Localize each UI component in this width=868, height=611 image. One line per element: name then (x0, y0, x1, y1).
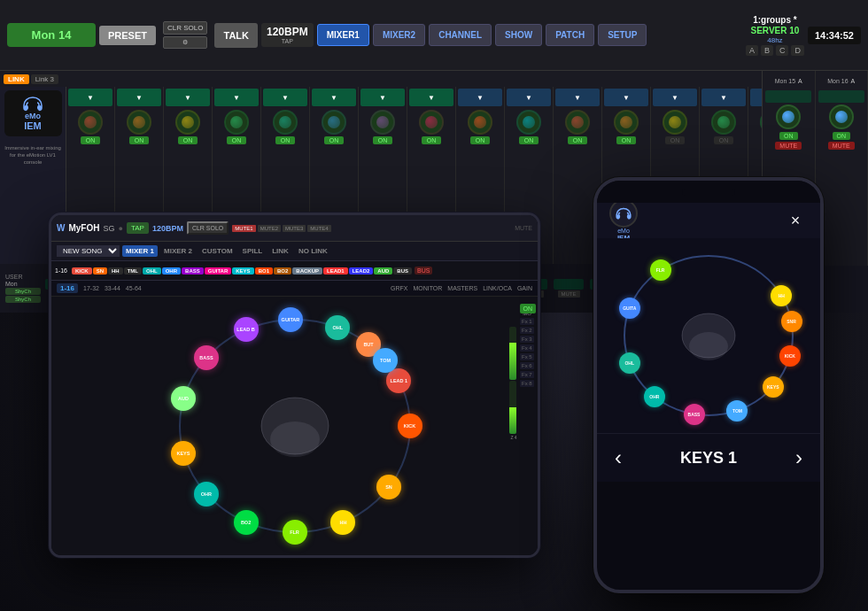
fx-slot-4[interactable]: Fx 4 (520, 344, 534, 352)
on-button-3[interactable]: ON (227, 136, 247, 144)
shych-btn-2[interactable]: ShyCh (5, 296, 41, 303)
on-button-12[interactable]: ON (665, 136, 686, 144)
tablet-node-3[interactable]: HH (330, 510, 355, 535)
abcd-c[interactable]: C (776, 45, 789, 56)
linkoca-label[interactable]: LINK/OCA (483, 285, 512, 291)
nav-mixer1-button[interactable]: MIXER1 (317, 24, 369, 46)
tablet-node-14[interactable]: TOM (373, 348, 398, 373)
nav-show-button[interactable]: SHOW (495, 24, 542, 46)
emo-circle-3[interactable] (224, 110, 249, 135)
shych-btn-1[interactable]: ShyCh (5, 288, 41, 295)
fx-slot-2[interactable]: Fx 2 (520, 327, 534, 334)
on-button-4[interactable]: ON (275, 136, 296, 144)
tablet-mute-2[interactable]: MUTE2 (258, 225, 281, 232)
channel-chip-2[interactable]: HH (108, 267, 123, 275)
phone-close-button[interactable]: × (783, 208, 808, 233)
tablet-mute-1[interactable]: MUTE1 (232, 225, 255, 232)
tablet-nav-mixer2[interactable]: MIXER 2 (160, 245, 196, 257)
on-button-9[interactable]: ON (519, 136, 539, 144)
channel-chip-4[interactable]: OHL (143, 267, 161, 275)
right-circle-1[interactable] (829, 104, 854, 129)
tablet-node-0[interactable]: LEAD 1 (386, 368, 411, 393)
phone-node-4[interactable]: TOM (726, 400, 748, 422)
tablet-node-4[interactable]: FLR (283, 520, 307, 545)
talk-button[interactable]: TALK (214, 23, 258, 48)
channel-chip-10[interactable]: BO2 (274, 267, 291, 275)
channel-chip-14[interactable]: AUD (374, 267, 392, 275)
tablet-mute-4[interactable]: MUTE4 (307, 225, 330, 232)
gain-label[interactable]: GAIN (517, 285, 532, 291)
emo-circle-1[interactable] (127, 110, 151, 135)
emo-circle-8[interactable] (468, 110, 492, 135)
tablet-node-8[interactable]: AUD (171, 386, 196, 411)
fx-slot-1[interactable]: Fx 1 (520, 318, 534, 325)
range-45-64[interactable]: 45-64 (126, 285, 142, 291)
emo-circle-4[interactable] (273, 110, 298, 135)
on-button-5[interactable]: ON (324, 136, 345, 144)
preset-button[interactable]: PRESET (99, 26, 156, 45)
phone-next-button[interactable]: › (795, 445, 802, 470)
song-selector[interactable]: NEW SONG (57, 245, 120, 257)
channel-chip-6[interactable]: BASS (182, 267, 204, 275)
tablet-tap-btn[interactable]: TAP (127, 222, 149, 234)
on-button-2[interactable]: ON (178, 136, 198, 144)
channel-chip-0[interactable]: KICK (72, 267, 92, 275)
nav-patch-button[interactable]: PATCH (546, 24, 594, 46)
right-on-btn-1[interactable]: ON (833, 132, 851, 140)
tablet-mute-3[interactable]: MUTE3 (283, 225, 306, 232)
abcd-a[interactable]: A (746, 45, 758, 56)
tablet-nav-mixer1[interactable]: MIXER 1 (122, 245, 158, 257)
grfx-label[interactable]: GRFX (391, 285, 407, 291)
tablet-node-12[interactable]: OHL (325, 315, 350, 340)
right-on-btn-0[interactable]: ON (779, 132, 798, 140)
fx-slot-8[interactable]: Fx 8 (520, 380, 534, 387)
emo-circle-7[interactable] (419, 110, 444, 135)
range-1-16[interactable]: 1-16 (57, 283, 78, 293)
phone-node-6[interactable]: OHR (644, 386, 665, 407)
fx-slot-6[interactable]: Fx 6 (520, 362, 534, 369)
tablet-nav-nolink[interactable]: NO LINK (295, 245, 331, 257)
emo-circle-12[interactable] (663, 110, 687, 135)
channel-chip-8[interactable]: KEYS (232, 267, 253, 275)
range-33-44[interactable]: 33-44 (105, 285, 120, 291)
channel-chip-12[interactable]: LEAD1 (323, 267, 348, 275)
right-mute-btn-0[interactable]: MUTE (775, 142, 802, 150)
tablet-node-6[interactable]: OHR (194, 482, 219, 507)
tablet-node-7[interactable]: KEYS (171, 441, 196, 466)
fx-slot-3[interactable]: Fx 3 (520, 336, 534, 343)
on-button-8[interactable]: ON (470, 136, 491, 144)
phone-node-9[interactable]: FLR (650, 259, 671, 281)
emo-circle-5[interactable] (322, 110, 346, 135)
channel-chip-1[interactable]: SN (93, 267, 107, 275)
tablet-node-10[interactable]: LEAD B (234, 317, 259, 342)
on-button-11[interactable]: ON (616, 136, 637, 144)
on-button-1[interactable]: ON (129, 136, 150, 144)
fx-slot-5[interactable]: Fx 5 (520, 353, 534, 360)
on-button-10[interactable]: ON (568, 136, 588, 144)
emo-circle-10[interactable] (565, 110, 590, 135)
nav-channel-button[interactable]: CHANNEL (429, 24, 492, 46)
phone-node-1[interactable]: SNR (781, 311, 802, 332)
on-button-0[interactable]: ON (81, 136, 101, 144)
on-button-13[interactable]: ON (714, 136, 734, 144)
channel-chip-5[interactable]: OHR (162, 267, 181, 275)
channel-chip-9[interactable]: BO1 (255, 267, 273, 275)
phone-node-8[interactable]: GUITA (619, 298, 640, 319)
clr-solo-button[interactable]: CLR SOLO (163, 21, 207, 35)
channel-chip-13[interactable]: LEAD2 (349, 267, 374, 275)
phone-node-0[interactable]: HH (771, 285, 792, 306)
emo-circle-13[interactable] (711, 110, 736, 135)
tablet-node-1[interactable]: KICK (398, 414, 422, 438)
tablet-nav-spill[interactable]: SPILL (239, 245, 267, 257)
channel-chip-11[interactable]: BACKUP (292, 267, 322, 275)
tablet-nav-link[interactable]: LINK (268, 245, 292, 257)
emo-circle-9[interactable] (516, 110, 541, 135)
phone-node-2[interactable]: KICK (779, 345, 801, 367)
tablet-node-2[interactable]: SN (376, 475, 401, 499)
abcd-d[interactable]: D (791, 45, 804, 56)
tablet-node-9[interactable]: BASS (194, 345, 219, 370)
on-button-6[interactable]: ON (373, 136, 393, 144)
tablet-nav-custom[interactable]: CUSTOM (198, 245, 236, 257)
emo-circle-0[interactable] (78, 110, 103, 135)
phone-node-7[interactable]: OHL (619, 352, 640, 374)
